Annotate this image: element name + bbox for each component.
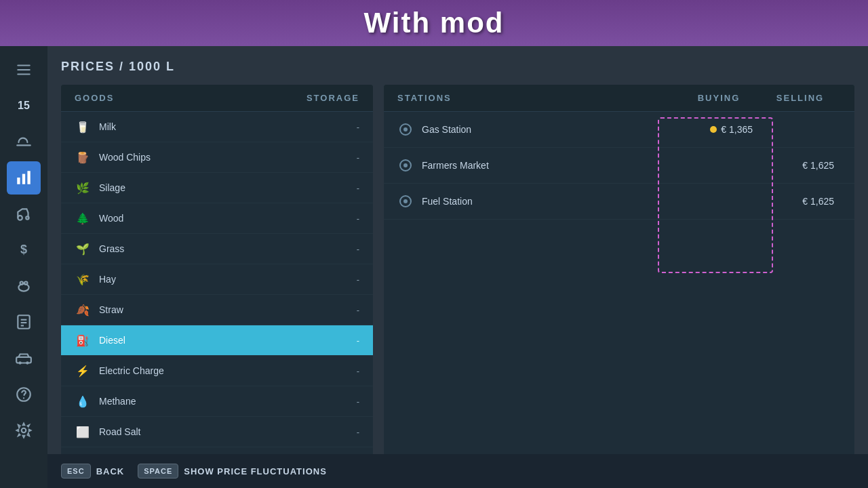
storage-column-header: STORAGE [307, 93, 359, 103]
content-area: GOODS STORAGE 🥛Milk-🪵Wood Chips-🌿Silage-… [61, 85, 854, 474]
station-icon [397, 193, 414, 209]
good-icon: ⛽ [75, 332, 91, 348]
good-storage: - [357, 396, 359, 407]
sidebar-item-help[interactable] [7, 378, 41, 411]
stations-panel: STATIONS BUYING SELLING Gas Station€ 1,3… [384, 85, 854, 474]
good-name: Diesel [99, 335, 357, 346]
station-selling-price: € 1,625 [760, 160, 841, 171]
svg-point-8 [18, 284, 28, 291]
back-key-button[interactable]: ESC BACK [61, 464, 124, 479]
sidebar-item-weather[interactable] [7, 125, 41, 159]
good-item[interactable]: 💧Methane- [61, 386, 373, 417]
good-item[interactable]: 🪵Wood Chips- [61, 142, 373, 173]
good-icon: 🌿 [75, 180, 91, 196]
good-name: Methane [99, 396, 357, 407]
good-name: Hay [99, 274, 357, 285]
good-icon: 🍂 [75, 302, 91, 318]
station-name: Fuel Station [422, 196, 678, 207]
esc-key[interactable]: ESC [61, 464, 91, 479]
good-icon: 🪵 [75, 149, 91, 165]
good-item[interactable]: ⬜Road Salt- [61, 417, 373, 447]
station-name: Farmers Market [422, 160, 678, 171]
good-name: Straw [99, 304, 357, 315]
sidebar-item-stats[interactable] [7, 161, 41, 195]
good-item[interactable]: 🌿Silage- [61, 173, 373, 203]
money-icon: $ [20, 243, 27, 257]
station-item[interactable]: Fuel Station€ 1,625 [384, 184, 854, 220]
svg-rect-0 [17, 64, 31, 66]
good-icon: 🌱 [75, 241, 91, 257]
svg-point-26 [403, 199, 408, 203]
svg-point-24 [403, 163, 408, 167]
good-item[interactable]: 🥛Milk- [61, 112, 373, 142]
good-name: Milk [99, 121, 357, 132]
station-item[interactable]: Farmers Market€ 1,625 [384, 148, 854, 184]
good-item[interactable]: 🌾Hay- [61, 264, 373, 295]
sidebar-item-contracts[interactable] [7, 306, 41, 339]
sidebar-item-settings[interactable] [7, 414, 41, 447]
svg-point-9 [20, 282, 23, 285]
good-storage: - [357, 366, 359, 376]
good-storage: - [357, 305, 359, 315]
stations-header: STATIONS BUYING SELLING [384, 85, 854, 112]
good-storage: - [357, 244, 359, 254]
space-key[interactable]: SPACE [138, 464, 178, 479]
sidebar: 15 $ [0, 46, 47, 488]
svg-rect-5 [27, 171, 30, 185]
good-item[interactable]: ⚡Electric Charge- [61, 356, 373, 386]
station-item[interactable]: Gas Station€ 1,365 [384, 112, 854, 148]
good-storage: - [357, 336, 359, 346]
goods-panel: GOODS STORAGE 🥛Milk-🪵Wood Chips-🌿Silage-… [61, 85, 373, 474]
selling-column-header: SELLING [760, 93, 841, 103]
goods-header: GOODS STORAGE [61, 85, 373, 112]
header-title: With mod [364, 7, 505, 39]
page-title: PRICES / 1000 L [61, 60, 854, 74]
good-name: Wood [99, 213, 357, 224]
sidebar-item-tractor[interactable] [7, 197, 41, 230]
sidebar-item-calendar[interactable]: 15 [7, 89, 41, 122]
good-name: Electric Charge [99, 365, 357, 376]
svg-point-17 [26, 361, 28, 364]
back-label: BACK [96, 466, 125, 476]
good-name: Silage [99, 182, 357, 193]
good-storage: - [357, 427, 359, 437]
svg-rect-3 [17, 178, 20, 184]
svg-rect-1 [17, 69, 31, 70]
good-name: Wood Chips [99, 152, 357, 163]
good-storage: - [357, 183, 359, 193]
good-name: Grass [99, 243, 357, 254]
calendar-number: 15 [18, 100, 30, 112]
good-item[interactable]: 🍂Straw- [61, 295, 373, 325]
good-item[interactable]: 🌱Grass- [61, 234, 373, 264]
good-icon: 🌾 [75, 271, 91, 287]
sidebar-item-menu[interactable] [7, 53, 41, 86]
svg-point-19 [23, 397, 24, 399]
header: With mod [0, 0, 868, 46]
goods-list[interactable]: 🥛Milk-🪵Wood Chips-🌿Silage-🌲Wood-🌱Grass-🌾… [61, 112, 373, 474]
stations-list[interactable]: Gas Station€ 1,365Farmers Market€ 1,625F… [384, 112, 854, 474]
good-icon: ⬜ [75, 424, 91, 440]
svg-point-16 [18, 361, 21, 364]
good-icon: 🥛 [75, 119, 91, 135]
bottom-bar: ESC BACK SPACE SHOW PRICE FLUCTUATIONS [47, 454, 868, 488]
svg-rect-15 [16, 357, 31, 363]
good-storage: - [357, 214, 359, 224]
station-name: Gas Station [422, 124, 678, 135]
sidebar-item-money[interactable]: $ [7, 233, 41, 266]
good-item[interactable]: ⛽Diesel- [61, 325, 373, 356]
good-icon: 🌲 [75, 210, 91, 226]
stations-column-header: STATIONS [397, 93, 678, 103]
station-icon [397, 121, 414, 138]
station-icon [397, 157, 414, 174]
good-item[interactable]: 🌲Wood- [61, 203, 373, 234]
good-icon: ⚡ [75, 363, 91, 379]
good-storage: - [357, 152, 359, 163]
sidebar-item-animals[interactable] [7, 270, 41, 303]
fluctuations-key-button[interactable]: SPACE SHOW PRICE FLUCTUATIONS [138, 464, 327, 479]
good-storage: - [357, 122, 359, 132]
svg-point-20 [22, 428, 26, 433]
good-storage: - [357, 274, 359, 285]
buying-column-header: BUYING [678, 93, 760, 103]
sidebar-item-vehicles[interactable] [7, 342, 41, 375]
station-buying-price: € 1,365 [678, 124, 760, 135]
